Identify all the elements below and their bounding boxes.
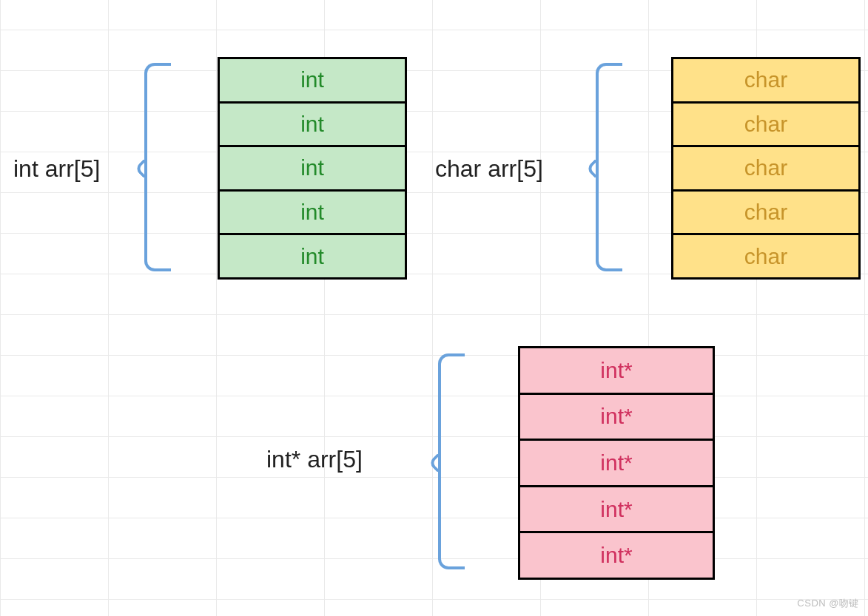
array-int-cell: int [220,235,405,277]
array-int: int int int int int [218,57,407,280]
label-int-arr: int arr[5] [13,155,100,183]
array-int-cell: int [220,59,405,104]
array-intptr-cell: int* [520,348,713,395]
array-char: char char char char char [671,57,861,280]
array-char-cell: char [673,235,858,277]
label-char-arr: char arr[5] [435,155,543,183]
array-intptr-cell: int* [520,441,713,487]
array-intptr: int* int* int* int* int* [518,346,715,580]
array-char-cell: char [673,147,858,192]
brace-int [144,63,171,271]
array-intptr-cell: int* [520,395,713,441]
array-char-cell: char [673,104,858,148]
array-intptr-cell: int* [520,533,713,578]
brace-char [596,63,622,271]
array-int-cell: int [220,104,405,148]
array-intptr-cell: int* [520,487,713,534]
array-int-cell: int [220,192,405,236]
label-intptr-arr: int* arr[5] [266,446,363,473]
brace-intptr [438,353,465,569]
array-char-cell: char [673,59,858,104]
watermark: CSDN @吻键 [797,597,859,610]
array-int-cell: int [220,147,405,192]
array-char-cell: char [673,192,858,236]
